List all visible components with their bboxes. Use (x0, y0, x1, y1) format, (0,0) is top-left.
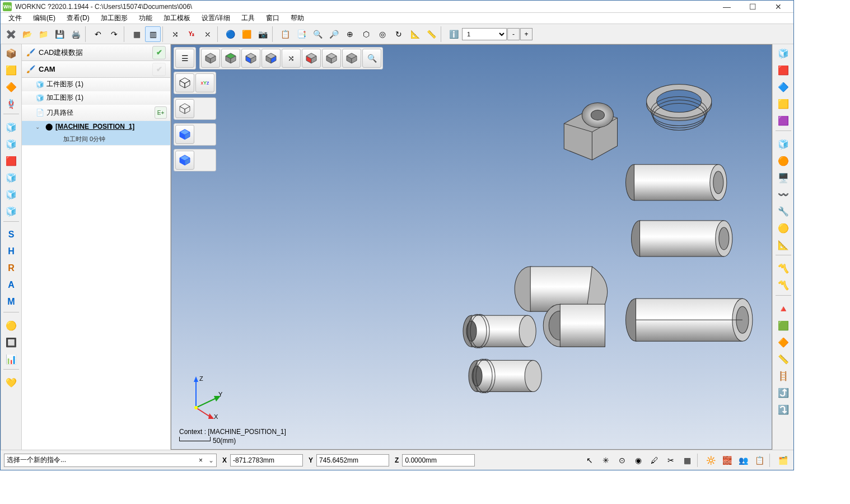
left-tool-11[interactable]: 🟡 (3, 318, 20, 333)
view-iso-button[interactable] (201, 49, 220, 68)
vis-1-button[interactable]: 🔆 (703, 453, 718, 468)
view-left-button[interactable] (302, 49, 321, 68)
right-tool-10[interactable]: 🔧 (775, 203, 792, 219)
view-right-button[interactable] (261, 49, 281, 68)
view-bottom-button[interactable] (342, 49, 361, 68)
measure-1-button[interactable]: 🔍 (310, 26, 325, 42)
menu-function[interactable]: 功能 (136, 13, 156, 23)
wire-cube-button[interactable] (175, 99, 194, 118)
left-tool-6[interactable]: 🧊 (3, 136, 20, 152)
maximize-button[interactable]: ☐ (740, 1, 765, 13)
right-tool-14[interactable]: 〽️ (775, 277, 792, 293)
viewport-3d[interactable]: ☰ ⤭ 🔍 (171, 44, 772, 450)
measure-8-button[interactable]: 📏 (423, 26, 439, 42)
menu-file[interactable]: 文件 (5, 13, 25, 23)
left-tool-7[interactable]: 🟥 (3, 153, 20, 169)
cube-button[interactable]: 🟧 (239, 26, 254, 42)
open-alt-button[interactable]: 📁 (35, 26, 51, 42)
solid-cube-button[interactable] (175, 151, 194, 170)
tree-item-machine-position[interactable]: ⌄ ⬤ [MACHINE_POSITION_1] 加工时间 0分钟 (22, 121, 170, 146)
left-tool-13[interactable]: 📊 (3, 351, 20, 367)
axis-y-button[interactable]: Y₂ (184, 26, 199, 42)
new-file-button[interactable]: ✖️ (3, 26, 18, 42)
close-button[interactable]: ✕ (765, 1, 791, 13)
measure-7-button[interactable]: 📐 (407, 26, 423, 42)
snap-center-button[interactable]: ◉ (631, 453, 646, 468)
left-tool-5[interactable]: 🧊 (3, 119, 20, 135)
undo-button[interactable]: ↶ (90, 26, 106, 42)
right-tool-17[interactable]: 🔶 (775, 334, 792, 350)
cad-check-icon[interactable]: ✔ (152, 46, 166, 59)
right-tool-18[interactable]: 📏 (775, 351, 792, 367)
list-alt-button[interactable]: 📑 (293, 26, 309, 42)
csys-button[interactable]: ⤫ (200, 26, 216, 42)
menu-icon[interactable]: ☰ (175, 49, 194, 68)
right-tool-16[interactable]: 🟩 (775, 318, 792, 333)
left-tool-a[interactable]: A (3, 277, 20, 293)
right-tool-13[interactable]: 〽️ (775, 260, 792, 276)
snap-intersect-button[interactable]: ✂ (664, 453, 678, 468)
menu-settings[interactable]: 设置/详细 (198, 13, 233, 23)
view-top-button[interactable] (221, 49, 240, 68)
cad-header[interactable]: 🖌️ CAD建模数据 ✔ (22, 44, 170, 61)
cam-check-icon[interactable]: ✔ (152, 63, 166, 76)
snap-pointer-button[interactable]: ↖ (582, 453, 597, 468)
right-tool-4[interactable]: 🟨 (775, 96, 792, 111)
right-tool-12[interactable]: 📐 (775, 237, 792, 253)
layers-button[interactable]: 🗂️ (776, 453, 790, 468)
right-tool-9[interactable]: 〰️ (775, 186, 792, 202)
level-plus-button[interactable]: + (520, 28, 533, 40)
grid-button[interactable]: ▦ (129, 26, 144, 42)
y-coord-input[interactable] (316, 454, 389, 466)
axis-button[interactable]: ⤭ (167, 26, 183, 42)
measure-2-button[interactable]: 🔎 (326, 26, 342, 42)
right-tool-19[interactable]: 🪜 (775, 368, 792, 384)
menu-window[interactable]: 窗口 (263, 13, 283, 23)
left-tool-h[interactable]: H (3, 244, 20, 259)
z-coord-input[interactable] (402, 454, 475, 466)
left-tool-m[interactable]: M (3, 294, 20, 310)
minimize-button[interactable]: — (714, 1, 740, 13)
left-tool-8[interactable]: 🧊 (3, 170, 20, 185)
right-tool-5[interactable]: 🟪 (775, 113, 792, 128)
right-tool-11[interactable]: 🟡 (775, 220, 792, 236)
sphere-button[interactable]: 🔵 (222, 26, 238, 42)
measure-4-button[interactable]: ⬡ (358, 26, 374, 42)
right-tool-6[interactable]: 🧊 (775, 136, 792, 152)
left-tool-9[interactable]: 🧊 (3, 186, 20, 202)
right-tool-7[interactable]: 🟠 (775, 153, 792, 169)
menu-tools[interactable]: 工具 (238, 13, 258, 23)
vis-2-button[interactable]: 🧱 (720, 453, 734, 468)
left-tool-r[interactable]: R (3, 260, 20, 276)
left-tool-3[interactable]: 🔶 (3, 79, 20, 95)
screenshot-button[interactable]: 📷 (255, 26, 270, 42)
left-tool-4[interactable]: 🪢 (3, 96, 20, 111)
right-tool-3[interactable]: 🔷 (775, 79, 792, 95)
menu-edit[interactable]: 编辑(E) (30, 13, 59, 23)
vis-3-button[interactable]: 👥 (736, 453, 750, 468)
right-tool-8[interactable]: 🖥️ (775, 170, 792, 185)
panel-button[interactable]: ▥ (145, 26, 161, 42)
snap-line-button[interactable]: 🖊 (647, 453, 662, 468)
view-back-button[interactable] (322, 49, 341, 68)
zoom-fit-button[interactable]: 🔍 (362, 49, 381, 68)
wireframe-button[interactable] (175, 73, 194, 92)
tree-item-machining-shape[interactable]: 🧊 加工图形 (1) (22, 91, 170, 105)
expander-icon[interactable]: ⌄ (35, 124, 42, 130)
menu-view[interactable]: 查看(D) (63, 13, 93, 23)
level-minus-button[interactable]: - (507, 28, 520, 40)
list-button[interactable]: 📋 (277, 26, 293, 42)
x-coord-input[interactable] (230, 454, 303, 466)
right-tool-21[interactable]: ⤵️ (775, 402, 792, 417)
left-tool-12[interactable]: 🔲 (3, 334, 20, 350)
measure-6-button[interactable]: ↻ (391, 26, 407, 42)
info-button[interactable]: ℹ️ (446, 26, 461, 42)
snap-endpoint-button[interactable]: ✳ (599, 453, 613, 468)
left-tool-10[interactable]: 🧊 (3, 203, 20, 219)
tree-item-toolpath[interactable]: 📄 刀具路径 E+ (22, 105, 170, 121)
left-tool-14[interactable]: 💛 (3, 375, 20, 390)
menu-help[interactable]: 帮助 (287, 13, 307, 23)
right-tool-2[interactable]: 🟥 (775, 62, 792, 78)
vis-4-button[interactable]: 📋 (752, 453, 767, 468)
view-axis-button[interactable]: ⤭ (282, 49, 301, 68)
